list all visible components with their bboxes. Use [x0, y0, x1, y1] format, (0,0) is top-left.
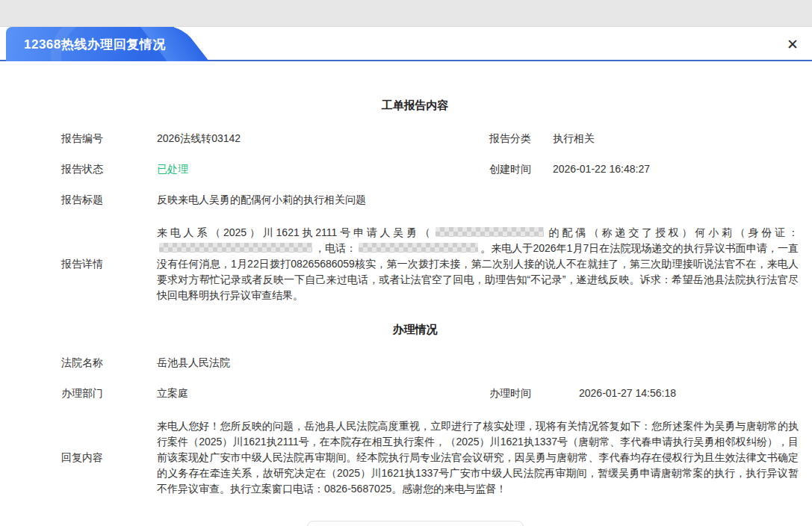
status-badge: 已处理 — [157, 164, 489, 175]
redacted-block — [359, 243, 478, 253]
created-time-label: 创建时间 — [489, 164, 553, 175]
report-section-title: 工单报告内容 — [31, 99, 799, 113]
close-icon[interactable]: ✕ — [782, 34, 803, 55]
report-status-label: 报告状态 — [61, 164, 157, 175]
handling-section-title: 办理情况 — [31, 323, 799, 337]
dialog-title-tab: 12368热线办理回复情况 — [6, 27, 174, 61]
report-title-value: 反映来电人吴勇的配偶何小莉的执行相关问题 — [157, 194, 799, 205]
top-strip — [0, 0, 812, 27]
handling-time-value: 2026-01-27 14:56:18 — [579, 388, 799, 399]
report-number-row: 报告编号 2026法线转03142 报告分类 执行相关 — [61, 133, 799, 144]
handling-time-label: 办理时间 — [489, 388, 579, 399]
dialog-body: 工单报告内容 报告编号 2026法线转03142 报告分类 执行相关 报告状态 … — [0, 61, 812, 497]
department-value: 立案庭 — [157, 388, 489, 399]
reply-label: 回复内容 — [61, 452, 157, 463]
department-row: 办理部门 立案庭 办理时间 2026-01-27 14:56:18 — [61, 388, 799, 399]
report-status-row: 报告状态 已处理 创建时间 2026-01-22 16:48:27 — [61, 164, 799, 175]
court-name-label: 法院名称 — [61, 357, 157, 368]
dialog-title: 12368热线办理回复情况 — [6, 27, 174, 53]
report-detail-label: 报告详情 — [61, 259, 157, 270]
dialog-header: 12368热线办理回复情况 ✕ — [0, 27, 812, 61]
report-number-label: 报告编号 — [61, 133, 157, 144]
created-time-value: 2026-01-22 16:48:27 — [553, 164, 799, 175]
redacted-block — [436, 227, 544, 237]
department-label: 办理部门 — [61, 388, 157, 399]
report-category-value: 执行相关 — [553, 133, 799, 144]
report-title-label: 报告标题 — [61, 194, 157, 205]
bottom-button-partial[interactable] — [307, 521, 524, 526]
redacted-block — [159, 243, 312, 253]
report-number-value: 2026法线转03142 — [157, 133, 489, 144]
court-name-value: 岳池县人民法院 — [157, 357, 799, 368]
reply-text: 来电人您好！您所反映的问题，岳池县人民法院高度重视，立即进行了核实处理，现将有关… — [157, 418, 799, 497]
report-category-label: 报告分类 — [489, 133, 553, 144]
reply-row: 回复内容 来电人您好！您所反映的问题，岳池县人民法院高度重视，立即进行了核实处理… — [61, 418, 799, 497]
court-name-row: 法院名称 岳池县人民法院 — [61, 357, 799, 368]
report-detail-row: 报告详情 来电人系（2025）川1621执2111号申请人吴勇（的配偶（称递交了… — [61, 225, 799, 303]
report-title-row: 报告标题 反映来电人吴勇的配偶何小莉的执行相关问题 — [61, 194, 799, 205]
report-detail-text: 来电人系（2025）川1621执2111号申请人吴勇（的配偶（称递交了授权）何小… — [157, 225, 799, 303]
